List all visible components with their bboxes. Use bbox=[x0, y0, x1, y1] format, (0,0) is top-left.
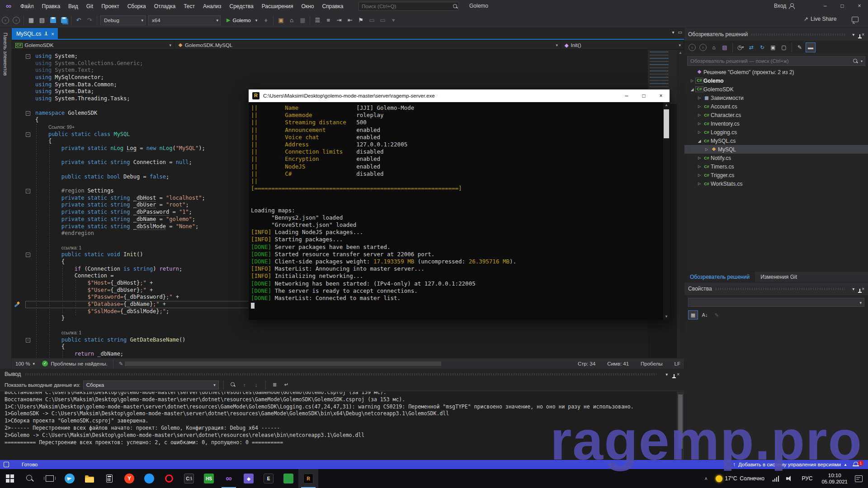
epic-games-icon[interactable]: E bbox=[259, 469, 278, 488]
volume-icon[interactable] bbox=[786, 475, 793, 482]
solution-explorer-titlebar[interactable]: Обозреватель решений ▾ × bbox=[684, 28, 868, 41]
menu-файл[interactable]: Файл bbox=[16, 1, 38, 11]
properties-menu-icon[interactable]: ▾ bbox=[852, 286, 854, 291]
properties-categorized-icon[interactable]: ▦ bbox=[688, 310, 698, 319]
breadcrumb-type[interactable]: ❖ GolemoSDK.MySQL▾ bbox=[175, 41, 561, 50]
background-tasks-icon[interactable] bbox=[4, 462, 9, 467]
editor-horizontal-scrollbar[interactable] bbox=[125, 361, 441, 366]
tree-item-account-cs[interactable]: ▷C#Account.cs bbox=[684, 102, 868, 111]
code-line[interactable]: using MySqlConnector; bbox=[12, 74, 684, 81]
maximize-button[interactable]: □ bbox=[834, 0, 851, 12]
action-center-icon[interactable] bbox=[855, 475, 863, 482]
menu-git[interactable]: Git bbox=[82, 1, 97, 11]
editor-vertical-scrollbar[interactable]: ━ ▲ bbox=[677, 50, 684, 358]
violet-app-icon[interactable]: ◆ bbox=[239, 469, 259, 488]
opera-icon[interactable] bbox=[159, 469, 179, 488]
output-close-icon[interactable]: × bbox=[677, 372, 679, 377]
menu-окно[interactable]: Окно bbox=[297, 1, 318, 11]
nav-back-button[interactable]: ‹ bbox=[0, 15, 10, 25]
output-titlebar[interactable]: Вывод ▾ × bbox=[0, 369, 684, 379]
taskbar-clock[interactable]: 10:10 05.09.2021 bbox=[817, 472, 852, 485]
tree-item-trigger-cs[interactable]: ▷C#Trigger.cs bbox=[684, 171, 868, 179]
expander-icon[interactable]: ◢ bbox=[696, 139, 703, 143]
console-scrollbar[interactable]: ▲▼ bbox=[663, 102, 670, 320]
platform-dropdown[interactable]: x64▾ bbox=[148, 15, 221, 25]
toolbar-overflow[interactable]: ▾ bbox=[388, 15, 398, 25]
open-file-button[interactable]: ▤ bbox=[37, 15, 47, 25]
solution-search-options-icon[interactable]: ▾ bbox=[859, 59, 865, 63]
tree-item-workstats-cs[interactable]: ▷C#WorkStats.cs bbox=[684, 179, 868, 188]
list-members-icon[interactable]: ☰ bbox=[312, 15, 322, 25]
expander-icon[interactable]: ▷ bbox=[696, 96, 703, 100]
save-all-button[interactable] bbox=[59, 15, 69, 25]
output-prev-message-icon[interactable]: ↑ bbox=[240, 382, 249, 388]
menu-тест[interactable]: Тест bbox=[179, 1, 199, 11]
grid-icon[interactable]: ▦ bbox=[297, 15, 307, 25]
calculator-icon[interactable] bbox=[99, 469, 119, 488]
menu-отладка[interactable]: Отладка bbox=[150, 1, 179, 11]
quick-search[interactable] bbox=[359, 2, 459, 11]
minimize-button[interactable]: – bbox=[816, 0, 834, 12]
tree-item-inventory-cs[interactable]: ▷C#Inventory.cs bbox=[684, 119, 868, 128]
tree-item-notify-cs[interactable]: ▷C#Notify.cs bbox=[684, 154, 868, 162]
toolbox-strip[interactable]: Панель элементов bbox=[0, 28, 12, 369]
code-line[interactable]: using System.Text; bbox=[12, 67, 684, 74]
se-copy-icon[interactable]: ▢ bbox=[779, 42, 789, 52]
solution-search-box[interactable]: ▾ bbox=[687, 56, 865, 66]
code-line[interactable] bbox=[12, 322, 684, 329]
tree-item-character-cs[interactable]: ▷C#Character.cs bbox=[684, 111, 868, 119]
ragemp-server-console[interactable]: R C:\Users\Maksim\Desktop\golemo-mode-ma… bbox=[249, 89, 670, 320]
menu-вид[interactable]: Вид bbox=[64, 1, 82, 11]
tab-solution-explorer[interactable]: Обозреватель решений bbox=[684, 272, 755, 282]
indent-increase-icon[interactable]: ⇥ bbox=[334, 15, 344, 25]
properties-object-dropdown[interactable]: ▾ bbox=[688, 298, 864, 307]
solution-search-input[interactable] bbox=[688, 58, 852, 64]
breadcrumb-member[interactable]: ◆ Init()▾ bbox=[561, 41, 684, 50]
code-line[interactable]: { bbox=[12, 343, 684, 351]
menu-средства[interactable]: Средства bbox=[226, 1, 258, 11]
blue-app-icon[interactable] bbox=[139, 469, 159, 488]
telegram-icon[interactable] bbox=[60, 469, 80, 488]
tree-item-golemo[interactable]: ▷C#Golemo bbox=[684, 76, 868, 85]
zoom-level-dropdown[interactable]: 100 %▾ bbox=[12, 361, 38, 366]
fold-toggle-icon[interactable]: − bbox=[26, 189, 30, 193]
menu-анализ[interactable]: Анализ bbox=[199, 1, 226, 11]
se-properties-icon[interactable]: ✎ bbox=[795, 42, 805, 52]
breadcrumb-project[interactable]: C# GolemoSDK▾ bbox=[12, 41, 175, 50]
menu-проект[interactable]: Проект bbox=[97, 1, 123, 11]
start-button-icon[interactable] bbox=[0, 469, 20, 488]
hidden-icons-chevron[interactable]: ˄ bbox=[701, 476, 711, 481]
panel-close-icon[interactable]: × bbox=[862, 32, 864, 37]
expander-icon[interactable]: ▷ bbox=[696, 130, 703, 134]
profiler-icon[interactable]: ♦ bbox=[261, 15, 271, 25]
tree-item-mysql-cs[interactable]: ◢C#MySQL.cs bbox=[684, 136, 868, 145]
expander-icon[interactable]: ▷ bbox=[696, 164, 703, 169]
tree-item-logging-cs[interactable]: ▷C#Logging.cs bbox=[684, 128, 868, 136]
fold-toggle-icon[interactable]: − bbox=[26, 132, 30, 137]
uncomment-icon[interactable]: ▭ bbox=[377, 15, 387, 25]
expander-icon[interactable]: ▷ bbox=[696, 156, 703, 160]
redo-button[interactable]: ↷ bbox=[85, 15, 94, 25]
network-icon[interactable] bbox=[769, 476, 783, 482]
menu-сборка[interactable]: Сборка bbox=[123, 1, 150, 11]
se-forward-icon[interactable]: › bbox=[698, 42, 708, 52]
fold-toggle-icon[interactable]: − bbox=[26, 338, 30, 343]
se-preview-selected-toggle[interactable]: ▬ bbox=[806, 42, 816, 52]
tree-item-mysql[interactable]: ▷❖MySQL bbox=[684, 145, 868, 154]
expander-icon[interactable]: ▷ bbox=[703, 147, 710, 151]
task-view-icon[interactable] bbox=[40, 469, 60, 488]
quick-search-input[interactable] bbox=[359, 4, 452, 9]
code-line[interactable]: return _dbName; bbox=[12, 351, 684, 358]
expander-icon[interactable]: ▷ bbox=[696, 104, 703, 108]
sign-in-button[interactable]: Вход bbox=[774, 3, 795, 9]
new-project-button[interactable]: ▦ bbox=[26, 15, 36, 25]
pin-icon[interactable] bbox=[44, 32, 48, 37]
expander-icon[interactable]: ▷ bbox=[689, 79, 695, 83]
fold-toggle-icon[interactable]: − bbox=[26, 253, 30, 257]
code-line[interactable]: using System.Collections.Generic; bbox=[12, 60, 684, 67]
undo-button[interactable]: ↶ bbox=[74, 15, 84, 25]
health-indicator[interactable]: ✓ Проблемы не найдены. bbox=[38, 361, 111, 366]
menu-правка[interactable]: Правка bbox=[38, 1, 65, 11]
output-clear-all-icon[interactable]: ≣ bbox=[270, 382, 279, 388]
configuration-dropdown[interactable]: Debug▾ bbox=[100, 15, 146, 25]
